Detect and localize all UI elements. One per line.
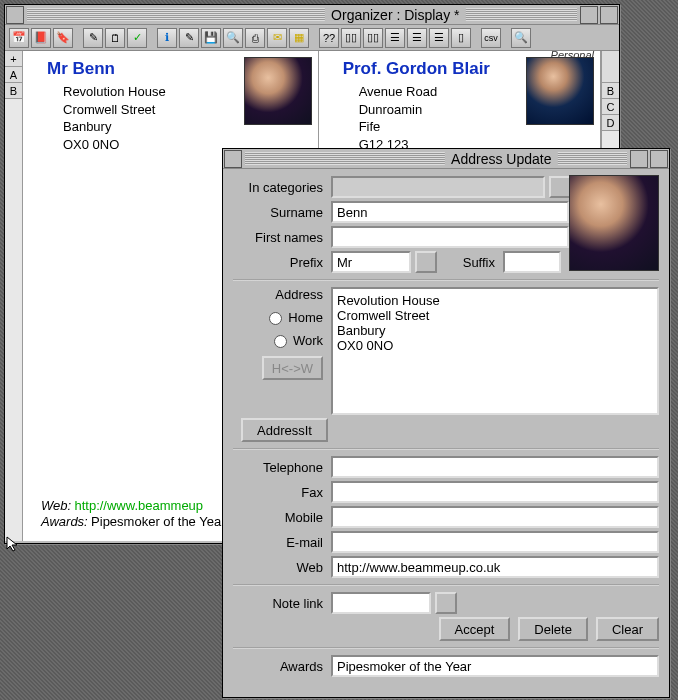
web-row: Web: http://www.beammeup — [41, 498, 203, 513]
awards-field[interactable] — [331, 655, 659, 677]
telephone-field[interactable] — [331, 456, 659, 478]
tab-b-right[interactable]: B — [602, 83, 619, 99]
surname-label: Surname — [233, 205, 331, 220]
sysmenu-icon[interactable] — [224, 150, 242, 168]
firstnames-label: First names — [233, 230, 331, 245]
calendar-icon[interactable]: 📅 — [9, 28, 29, 48]
telephone-label: Telephone — [233, 460, 331, 475]
book-icon[interactable]: 📕 — [31, 28, 51, 48]
prefix-menu-button[interactable] — [415, 251, 437, 273]
awards-label: Awards: — [41, 514, 88, 529]
view2-icon[interactable]: ▯▯ — [363, 28, 383, 48]
zoom-icon[interactable]: 🔍 — [511, 28, 531, 48]
tab-plus[interactable]: + — [5, 51, 22, 67]
notes-icon[interactable]: 🗒 — [105, 28, 125, 48]
clear-button[interactable]: Clear — [596, 617, 659, 641]
update-title: Address Update — [445, 151, 557, 167]
addressit-button[interactable]: AddressIt — [241, 418, 328, 442]
find-icon[interactable]: 🔍 — [223, 28, 243, 48]
organizer-titlebar[interactable]: Organizer : Display * — [5, 5, 619, 25]
tab-c[interactable]: C — [602, 99, 619, 115]
address-side: Address Home Work H<->W — [233, 287, 331, 380]
view5-icon[interactable]: ☰ — [429, 28, 449, 48]
tab-spacer — [602, 51, 619, 83]
contact-photo — [244, 57, 312, 125]
mobile-label: Mobile — [233, 510, 331, 525]
mail-icon[interactable]: ✉ — [267, 28, 287, 48]
work-label: Work — [293, 333, 323, 348]
organizer-toolbar: 📅 📕 🔖 ✎ 🗒 ✓ ℹ ✎ 💾 🔍 ⎙ ✉ ▦ ?? ▯▯ ▯▯ ☰ ☰ ☰… — [5, 25, 619, 51]
contact-photo — [569, 175, 659, 271]
check-icon[interactable]: ✓ — [127, 28, 147, 48]
csv-icon[interactable]: csv — [481, 28, 501, 48]
new-icon[interactable]: ✎ — [83, 28, 103, 48]
minimize-button[interactable] — [580, 6, 598, 24]
left-tabs: + A B — [5, 51, 23, 541]
awards-row: Awards: Pipesmoker of the Yea — [41, 514, 221, 529]
fax-label: Fax — [233, 485, 331, 500]
maximize-button[interactable] — [600, 6, 618, 24]
notelink-menu-button[interactable] — [435, 592, 457, 614]
address-field[interactable] — [331, 287, 659, 415]
divider — [233, 279, 659, 281]
update-titlebar[interactable]: Address Update — [223, 149, 669, 169]
prefix-field[interactable] — [331, 251, 411, 273]
view6-icon[interactable]: ▯ — [451, 28, 471, 48]
suffix-field[interactable] — [503, 251, 561, 273]
print-icon[interactable]: ⎙ — [245, 28, 265, 48]
delete-button[interactable]: Delete — [518, 617, 588, 641]
divider — [233, 584, 659, 586]
web-link[interactable]: http://www.beammeup — [74, 498, 203, 513]
home-label: Home — [288, 310, 323, 325]
awards-label: Awards — [233, 659, 331, 674]
view4-icon[interactable]: ☰ — [407, 28, 427, 48]
tab-a[interactable]: A — [5, 67, 22, 83]
notelink-label: Note link — [233, 596, 331, 611]
tab-b-left[interactable]: B — [5, 83, 22, 99]
update-window: Address Update In categories Surname Fir… — [222, 148, 670, 698]
organizer-title: Organizer : Display * — [325, 7, 465, 23]
contact-photo — [526, 57, 594, 125]
grid-icon[interactable]: ▦ — [289, 28, 309, 48]
suffix-label: Suffix — [455, 255, 503, 270]
hw-swap-button[interactable]: H<->W — [262, 356, 323, 380]
divider — [233, 448, 659, 450]
tag-icon[interactable]: 🔖 — [53, 28, 73, 48]
firstnames-field[interactable] — [331, 226, 569, 248]
view1-icon[interactable]: ▯▯ — [341, 28, 361, 48]
edit-icon[interactable]: ✎ — [179, 28, 199, 48]
work-radio[interactable]: Work — [274, 333, 323, 348]
categories-menu-button[interactable] — [549, 176, 571, 198]
maximize-button[interactable] — [650, 150, 668, 168]
divider — [233, 647, 659, 649]
web-label: Web — [233, 560, 331, 575]
email-label: E-mail — [233, 535, 331, 550]
minimize-button[interactable] — [630, 150, 648, 168]
web-label: Web: — [41, 498, 71, 513]
home-radio[interactable]: Home — [269, 310, 323, 325]
info-icon[interactable]: ℹ — [157, 28, 177, 48]
fax-field[interactable] — [331, 481, 659, 503]
mobile-field[interactable] — [331, 506, 659, 528]
categories-field[interactable] — [331, 176, 545, 198]
prefix-label: Prefix — [233, 255, 331, 270]
view3-icon[interactable]: ☰ — [385, 28, 405, 48]
save-icon[interactable]: 💾 — [201, 28, 221, 48]
help-icon[interactable]: ?? — [319, 28, 339, 48]
cursor-icon — [6, 536, 22, 552]
update-body: In categories Surname First names Prefix… — [223, 169, 669, 684]
tab-d[interactable]: D — [602, 115, 619, 131]
email-field[interactable] — [331, 531, 659, 553]
awards-value: Pipesmoker of the Yea — [91, 514, 221, 529]
surname-field[interactable] — [331, 201, 569, 223]
address-label: Address — [275, 287, 323, 302]
web-field[interactable] — [331, 556, 659, 578]
sysmenu-icon[interactable] — [6, 6, 24, 24]
categories-label: In categories — [233, 180, 331, 195]
accept-button[interactable]: Accept — [439, 617, 511, 641]
notelink-field[interactable] — [331, 592, 431, 614]
